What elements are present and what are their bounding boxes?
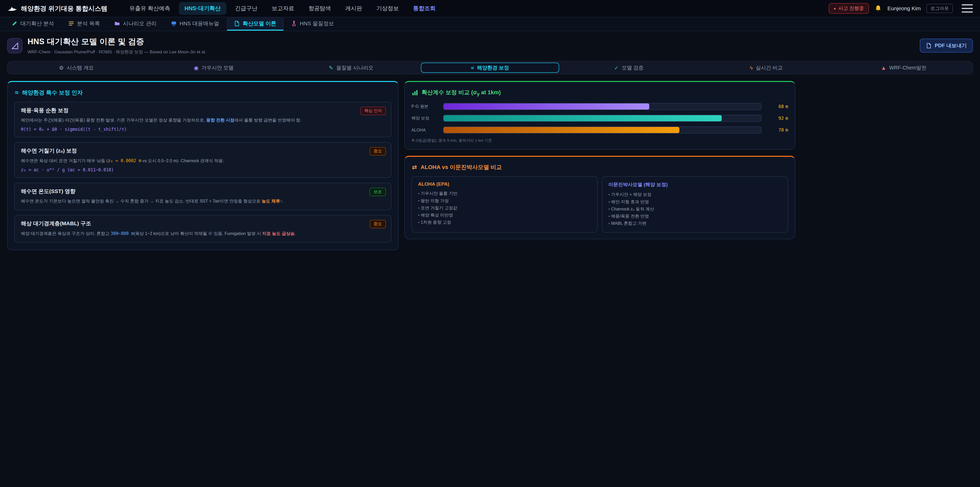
brand-logo[interactable]: 해양환경 위기대응 통합시스템	[7, 4, 107, 13]
flask-icon	[291, 21, 297, 26]
factor-body: 해수면 온도가 기온보다 높으면 열적 불안정 촉진 → 수직 혼합 증가 → …	[21, 198, 385, 204]
section-tab-label: 모델 검증	[622, 64, 644, 71]
comparison-panels: ALOHA (EPA) 가우시안 플룸 기반 평탄 지형 가정 표면 거칠기 고…	[411, 176, 788, 233]
tab-hns-manual[interactable]: HNS 대응매뉴얼	[164, 18, 226, 30]
bar-label: 해양 보정	[411, 115, 438, 121]
menu-hamburger-icon[interactable]	[962, 4, 973, 13]
manual-monitor-icon	[171, 21, 177, 26]
module-tabbar: 대기확산 분석 분석 목록 시나리오 관리 HNS 대응매뉴얼 확산모델 이론 …	[0, 18, 980, 31]
tab-label: 확산모델 이론	[243, 20, 277, 27]
bar-value: 78m	[767, 128, 788, 133]
notification-bell-icon[interactable]	[875, 5, 882, 12]
factor-body: 해수면은 육상 대비 표면 거칠기가 매우 낮음 (z₀ ≈ 0.0002 m …	[21, 157, 385, 164]
logout-button[interactable]: 로그아웃	[926, 4, 953, 13]
factor-title: 해상 대기경계층(MABL) 구조	[21, 220, 385, 227]
top-navbar: 해양환경 위기대응 통합시스템 유출유 확산예측 HNS·대기확산 긴급구난 보…	[0, 0, 980, 18]
brand-title: 해양환경 위기대응 통합시스템	[21, 4, 107, 13]
bar-track	[443, 115, 762, 122]
main-nav: 유출유 확산예측 HNS·대기확산 긴급구난 보고자료 항공탐색 게시판 기상정…	[124, 2, 441, 15]
leemoonjin-model-panel: 이문진박사모델 (해양 보정) 가우시안 + 해양 보정 해안 지형 효과 반영…	[602, 176, 788, 233]
tab-atmos-analysis[interactable]: 대기확산 분석	[5, 18, 61, 30]
tab-scenario-management[interactable]: 시나리오 관리	[108, 18, 163, 30]
section-tab-system-overview[interactable]: ⚙ 시스템 개요	[8, 62, 145, 74]
section-tab-substance-scenarios[interactable]: ✎ 물질별 시나리오	[283, 62, 420, 74]
factor-badge: 중요	[369, 220, 386, 228]
model-comparison-card: ⇄ ALOHA vs 이문진박사모델 비교 ALOHA (EPA) 가우시안 플…	[404, 156, 795, 239]
list-item: 해안 지형 효과 반영	[608, 198, 781, 206]
tab-label: 대기확산 분석	[21, 20, 54, 27]
tab-hns-substance-info[interactable]: HNS 물질정보	[285, 18, 341, 30]
nav-item-oil-spill[interactable]: 유출유 확산예측	[124, 2, 176, 15]
compare-arrows-icon: ⇄	[412, 164, 417, 171]
tab-label: HNS 대응매뉴얼	[180, 20, 219, 27]
list-item: 평탄 지형 가정	[418, 197, 591, 204]
factor-title: 해풍·육풍 순환 보정	[21, 107, 385, 114]
section-tabs: ⚙ 시스템 개요 ◉ 가우시안 모델 ✎ 물질별 시나리오 ≈ 해양환경 보정 …	[7, 61, 973, 74]
nav-item-weather[interactable]: 기상정보	[371, 2, 404, 15]
app-root: 해양환경 위기대응 통합시스템 유출유 확산예측 HNS·대기확산 긴급구난 보…	[0, 0, 980, 487]
target-icon: ◉	[194, 65, 198, 70]
theory-document-icon	[234, 21, 240, 26]
tab-analysis-list[interactable]: 분석 목록	[62, 18, 107, 30]
bar-track	[443, 126, 762, 134]
main-content: ≈ 해양환경 특수 보정 인자 해풍·육풍 순환 보정 핵심 인자 해안에서는 …	[7, 81, 973, 250]
document-icon	[926, 43, 932, 48]
list-item: 표면 거칠기 고정값	[418, 204, 591, 212]
right-column: 확산계수 보정 비교 (σy at 1km) P-G 원본 68m 해양 보정 …	[404, 81, 795, 250]
section-tab-label: 해양환경 보정	[477, 64, 509, 71]
nav-item-integrated-search[interactable]: 통합조회	[407, 2, 441, 15]
section-tab-realtime-comparison[interactable]: ϟ 실시간 비교	[697, 62, 835, 74]
page-title: HNS 대기확산 모델 이론 및 검증	[27, 36, 206, 47]
bar-row-aloha: ALOHA 78m	[411, 126, 788, 134]
topnav-right-cluster: ● 사고 진행중 Eunjeong Kim 로그아웃	[829, 3, 973, 14]
section-tab-label: 시스템 개요	[67, 64, 94, 71]
nav-item-board[interactable]: 게시판	[340, 2, 368, 15]
factor-body: 해양 대기경계층은 육상과 구조가 상이. 혼합고 300~800 m(육상 1…	[21, 230, 385, 237]
nav-item-rescue[interactable]: 긴급구난	[229, 2, 263, 15]
tab-dispersion-model-theory[interactable]: 확산모델 이론	[227, 18, 283, 30]
factor-title: 해수면 온도(SST) 영향	[21, 188, 385, 195]
bar-track	[443, 103, 762, 110]
pdf-export-label: PDF 내보내기	[935, 42, 967, 49]
section-tab-gaussian-model[interactable]: ◉ 가우시안 모델	[145, 62, 282, 74]
bar-chart-icon	[412, 89, 418, 96]
nav-item-reports[interactable]: 보고자료	[266, 2, 300, 15]
aloha-panel-title: ALOHA (EPA)	[418, 181, 591, 187]
leemoonjin-panel-title: 이문진박사모델 (해양 보정)	[608, 181, 781, 188]
section-tab-model-validation[interactable]: ✓ 모델 검증	[560, 62, 697, 74]
bar-label: ALOHA	[411, 128, 438, 133]
section-tab-marine-correction[interactable]: ≈ 해양환경 보정	[421, 62, 559, 73]
check-icon: ✓	[614, 65, 619, 70]
pencil-icon: ✎	[329, 65, 333, 70]
factor-title: 해수면 거칠기 (z₀) 보정	[21, 147, 385, 154]
factor-mabl-structure: 해상 대기경계층(MABL) 구조 중요 해양 대기경계층은 육상과 구조가 상…	[14, 215, 391, 243]
nav-item-aerial-search[interactable]: 항공탐색	[303, 2, 337, 15]
section-tab-label: 물질별 시나리오	[336, 64, 374, 71]
factor-formula: θ(t) = θ₀ + Δθ · sigmoid((t - t_shift)/τ…	[21, 127, 385, 132]
list-item: 해풍/육풍 전환 반영	[608, 213, 781, 220]
section-tab-label: 가우시안 모델	[202, 64, 234, 71]
aloha-panel: ALOHA (EPA) 가우시안 플룸 기반 평탄 지형 가정 표면 거칠기 고…	[411, 176, 598, 233]
pencil-icon	[12, 21, 18, 26]
list-item: 해양 특성 미반영	[418, 212, 591, 219]
chart-title-text: 확산계수 보정 비교 (σy at 1km)	[422, 89, 501, 97]
page-header: HNS 대기확산 모델 이론 및 검증 WRF-Chem · Gaussian …	[0, 31, 980, 59]
nav-item-hns-dispersion[interactable]: HNS·대기확산	[179, 2, 226, 15]
page-header-text: HNS 대기확산 모델 이론 및 검증 WRF-Chem · Gaussian …	[27, 36, 206, 55]
bar-chart: P-G 원본 68m 해양 보정 92m ALOHA 78m	[411, 103, 788, 134]
bar-value: 92m	[767, 116, 788, 121]
section-tab-wrf-chem[interactable]: ▲ WRF-Chem발전	[835, 62, 972, 74]
folder-icon	[115, 21, 120, 26]
bar-label: P-G 원본	[411, 104, 438, 109]
pdf-export-button[interactable]: PDF 내보내기	[920, 38, 973, 53]
bar-row-pg-original: P-G 원본 68m	[411, 103, 788, 110]
factor-sea-land-breeze: 해풍·육풍 순환 보정 핵심 인자 해안에서는 주간(해풍)·야간(육풍) 풍향…	[14, 102, 391, 137]
page-subtitle: WRF-Chem · Gaussian Plume/Puff · ROMS · …	[27, 49, 206, 55]
list-item: Charnock z₀ 동적 계산	[608, 206, 781, 213]
tab-label: 분석 목록	[77, 20, 100, 27]
chart-card-title: 확산계수 보정 비교 (σy at 1km)	[412, 89, 788, 97]
incident-status-badge[interactable]: ● 사고 진행중	[829, 3, 869, 14]
section-tab-label: WRF-Chem발전	[889, 64, 926, 71]
gear-icon: ⚙	[59, 65, 64, 70]
correction-card-title-text: 해양환경 특수 보정 인자	[22, 89, 83, 97]
